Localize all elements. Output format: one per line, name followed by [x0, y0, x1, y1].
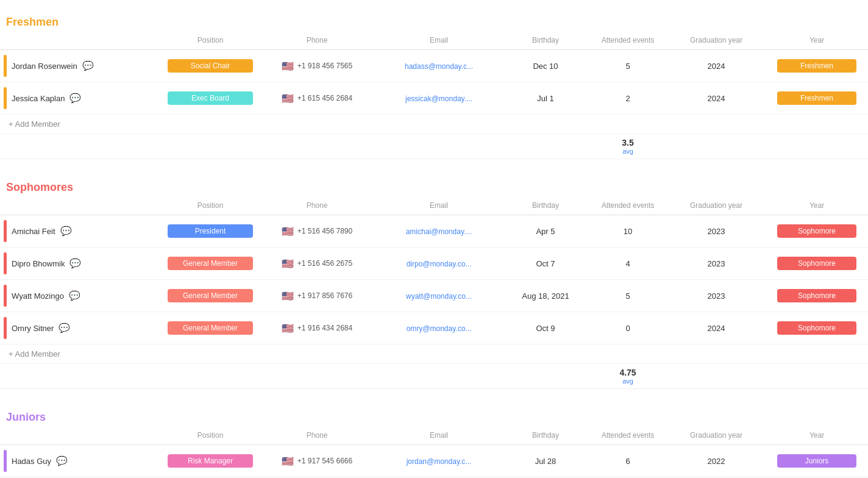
name-cell: Jessica Kaplan💬	[0, 82, 158, 114]
year-badge[interactable]: Freshmen	[777, 59, 856, 73]
col-header-3: Email	[372, 429, 506, 442]
table-row: Dipro Bhowmik💬General Member🇺🇸+1 516 456…	[0, 248, 868, 280]
group-color-bar	[4, 252, 7, 274]
birthday-cell: Jul 28	[506, 452, 585, 471]
avg-number: 3.5	[585, 138, 671, 148]
col-header-4: Birthday	[506, 199, 585, 212]
table-row: Jessica Kaplan💬Exec Board🇺🇸+1 615 456 26…	[0, 82, 868, 115]
position-cell: General Member	[158, 316, 262, 340]
chat-icon[interactable]: 💬	[69, 290, 80, 301]
year-badge[interactable]: Freshmen	[777, 91, 856, 105]
col-header-6: Graduation year	[671, 199, 762, 212]
phone-number: +1 918 456 7565	[297, 62, 352, 70]
group-color-bar	[4, 87, 7, 109]
col-header-3: Email	[372, 34, 506, 47]
member-name: Omry Sitner	[12, 324, 54, 333]
col-header-5: Attended events	[585, 34, 671, 47]
section-sophomores: SophomoresPositionPhoneEmailBirthdayAtte…	[0, 177, 868, 389]
add-member-freshmen[interactable]: + Add Member	[0, 115, 868, 134]
year-cell: Sophomore	[762, 316, 868, 340]
email-address: jordan@monday.c...	[407, 457, 472, 466]
group-color-bar	[4, 317, 7, 339]
col-header-4: Birthday	[506, 429, 585, 442]
name-cell: Hadas Guy💬	[0, 445, 158, 477]
section-juniors: JuniorsPositionPhoneEmailBirthdayAttende…	[0, 407, 868, 478]
phone-cell: 🇺🇸+1 917 545 6666	[262, 451, 372, 472]
email-cell[interactable]: wyatt@monday.co...	[372, 287, 506, 305]
position-badge[interactable]: General Member	[168, 321, 253, 335]
name-cell: Dipro Bhowmik💬	[0, 248, 158, 279]
avg-number: 4.75	[585, 368, 671, 377]
graduation-year-cell: 2023	[671, 222, 762, 241]
phone-cell: 🇺🇸+1 916 434 2684	[262, 318, 372, 339]
phone-number: +1 917 545 6666	[297, 457, 352, 465]
name-cell: Wyatt Mozingo💬	[0, 280, 158, 312]
phone-cell: 🇺🇸+1 516 456 2675	[262, 253, 372, 274]
position-badge[interactable]: Risk Manager	[168, 454, 253, 468]
chat-icon[interactable]: 💬	[59, 323, 70, 334]
table-row: Jordan Rosenwein💬Social Chair🇺🇸+1 918 45…	[0, 50, 868, 82]
avg-label: avg	[585, 148, 671, 155]
table-row: Wyatt Mozingo💬General Member🇺🇸+1 917 856…	[0, 280, 868, 312]
email-cell[interactable]: hadass@monday.c...	[372, 57, 506, 76]
chat-icon[interactable]: 💬	[69, 93, 81, 104]
chat-icon[interactable]: 💬	[60, 226, 72, 237]
email-cell[interactable]: amichai@monday....	[372, 222, 506, 241]
col-header-1: Position	[158, 429, 262, 442]
summary-row-freshmen: 3.5avgMay 31	[0, 134, 868, 159]
year-cell: Sophomore	[762, 219, 868, 243]
year-badge[interactable]: Sophomore	[777, 289, 856, 302]
col-header-0	[0, 34, 158, 47]
col-header-6: Graduation year	[671, 34, 762, 47]
chat-icon[interactable]: 💬	[69, 258, 81, 269]
position-badge[interactable]: General Member	[168, 257, 253, 270]
birthday-cell: Jul 1	[506, 89, 585, 108]
position-badge[interactable]: General Member	[168, 289, 253, 302]
group-color-bar	[4, 450, 7, 472]
col-header-2: Phone	[262, 34, 372, 47]
phone-cell: 🇺🇸+1 917 856 7676	[262, 285, 372, 307]
member-name: Wyatt Mozingo	[12, 291, 64, 301]
chat-icon[interactable]: 💬	[82, 60, 94, 71]
position-badge[interactable]: Social Chair	[168, 59, 253, 73]
year-cell: Sophomore	[762, 252, 868, 275]
email-address: wyatt@monday.co...	[406, 292, 472, 301]
phone-number: +1 916 434 2684	[297, 324, 352, 332]
attended-events-cell: 6	[585, 452, 671, 471]
year-cell: Freshmen	[762, 54, 868, 77]
col-header-5: Attended events	[585, 199, 671, 212]
email-cell[interactable]: jordan@monday.c...	[372, 452, 506, 471]
email-address: amichai@monday....	[406, 227, 472, 236]
col-header-7: Year	[762, 199, 868, 212]
position-badge[interactable]: President	[168, 224, 253, 238]
year-badge[interactable]: Sophomore	[777, 257, 856, 270]
add-member-sophomores[interactable]: + Add Member	[0, 344, 868, 364]
section-title-juniors: Juniors	[6, 411, 46, 424]
email-cell[interactable]: dirpo@monday.co...	[372, 254, 506, 273]
flag-icon: 🇺🇸	[282, 258, 294, 269]
attended-events-cell: 0	[585, 319, 671, 338]
name-cell: Amichai Feit💬	[0, 215, 158, 247]
email-cell[interactable]: omry@monday.co...	[372, 319, 506, 338]
group-color-bar	[4, 285, 7, 307]
section-title-freshmen: Freshmen	[6, 16, 59, 29]
avg-cell: 4.75avg	[585, 368, 671, 385]
position-cell: Social Chair	[158, 54, 262, 77]
position-cell: Risk Manager	[158, 449, 262, 473]
chat-icon[interactable]: 💬	[56, 455, 68, 466]
year-badge[interactable]: Sophomore	[777, 321, 856, 335]
email-cell[interactable]: jessicak@monday....	[372, 89, 506, 108]
position-cell: General Member	[158, 252, 262, 275]
avg-cell: 3.5avg	[585, 138, 671, 155]
year-badge[interactable]: Juniors	[777, 454, 856, 468]
section-header-juniors: Juniors	[0, 407, 868, 426]
year-badge[interactable]: Sophomore	[777, 224, 856, 238]
birthday-cell: Oct 7	[506, 254, 585, 273]
member-name: Jessica Kaplan	[12, 94, 65, 103]
member-name: Dipro Bhowmik	[12, 259, 65, 268]
phone-cell: 🇺🇸+1 516 456 7890	[262, 221, 372, 242]
year-cell: Freshmen	[762, 87, 868, 110]
position-badge[interactable]: Exec Board	[168, 91, 253, 105]
birthday-cell: Oct 9	[506, 319, 585, 338]
phone-number: +1 516 456 2675	[297, 259, 352, 268]
